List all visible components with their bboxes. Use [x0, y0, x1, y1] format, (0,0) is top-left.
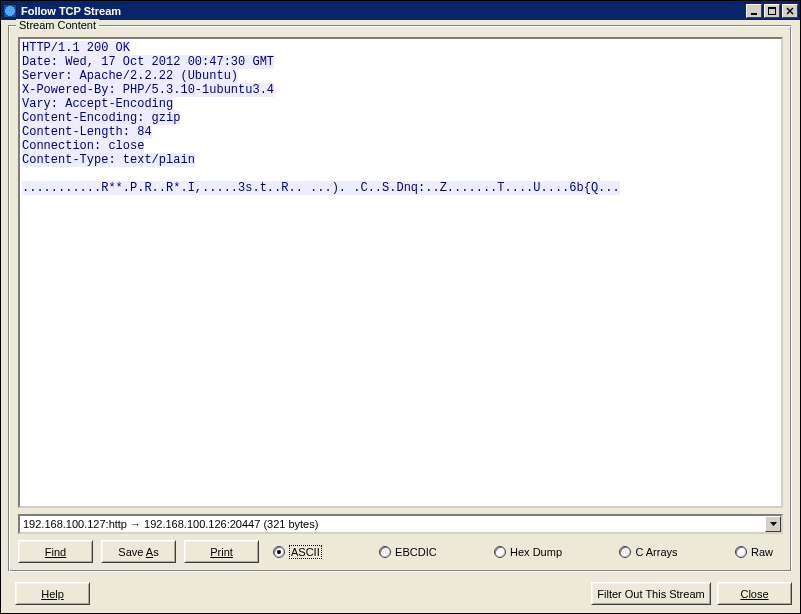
- window-title: Follow TCP Stream: [21, 5, 744, 17]
- find-button[interactable]: Find: [18, 540, 93, 563]
- follow-tcp-stream-window: Follow TCP Stream Stream Content HTTP/1.…: [0, 0, 801, 614]
- svg-marker-5: [770, 522, 777, 526]
- radio-ebcdic[interactable]: EBCDIC: [379, 546, 437, 558]
- help-button[interactable]: Help: [15, 582, 90, 605]
- dropdown-button[interactable]: [765, 516, 781, 532]
- chevron-down-icon: [770, 522, 777, 526]
- radio-dot-icon: [379, 546, 391, 558]
- filter-out-stream-button[interactable]: Filter Out This Stream: [591, 582, 711, 605]
- conversation-selector[interactable]: 192.168.100.127:http → 192.168.100.126:2…: [18, 514, 783, 534]
- close-button[interactable]: Close: [717, 582, 792, 605]
- radio-label: EBCDIC: [395, 546, 437, 558]
- stream-text-area[interactable]: HTTP/1.1 200 OK Date: Wed, 17 Oct 2012 0…: [18, 37, 783, 508]
- radio-ascii[interactable]: ASCII: [273, 545, 322, 559]
- radio-label: Raw: [751, 546, 773, 558]
- save-as-button[interactable]: Save As: [101, 540, 176, 563]
- radio-label: C Arrays: [635, 546, 677, 558]
- svg-rect-2: [768, 7, 776, 9]
- print-button[interactable]: Print: [184, 540, 259, 563]
- radio-hexdump[interactable]: Hex Dump: [494, 546, 562, 558]
- stream-content-group: Stream Content HTTP/1.1 200 OK Date: Wed…: [9, 26, 792, 572]
- radio-label: Hex Dump: [510, 546, 562, 558]
- radio-label: ASCII: [289, 545, 322, 559]
- maximize-button[interactable]: [764, 4, 780, 18]
- close-window-button[interactable]: [782, 4, 798, 18]
- group-legend: Stream Content: [16, 19, 99, 31]
- app-icon: [3, 4, 17, 18]
- server-response-text: HTTP/1.1 200 OK Date: Wed, 17 Oct 2012 0…: [22, 41, 620, 195]
- encoding-radio-group: ASCII EBCDIC Hex Dump C Arrays: [267, 545, 783, 559]
- radio-dot-icon: [619, 546, 631, 558]
- client-area: Stream Content HTTP/1.1 200 OK Date: Wed…: [1, 20, 800, 613]
- conversation-value: 192.168.100.127:http → 192.168.100.126:2…: [20, 518, 765, 530]
- minimize-button[interactable]: [746, 4, 762, 18]
- radio-dot-icon: [735, 546, 747, 558]
- radio-dot-icon: [273, 546, 285, 558]
- radio-carrays[interactable]: C Arrays: [619, 546, 677, 558]
- svg-rect-0: [751, 13, 757, 15]
- radio-raw[interactable]: Raw: [735, 546, 773, 558]
- radio-dot-icon: [494, 546, 506, 558]
- titlebar[interactable]: Follow TCP Stream: [1, 1, 800, 20]
